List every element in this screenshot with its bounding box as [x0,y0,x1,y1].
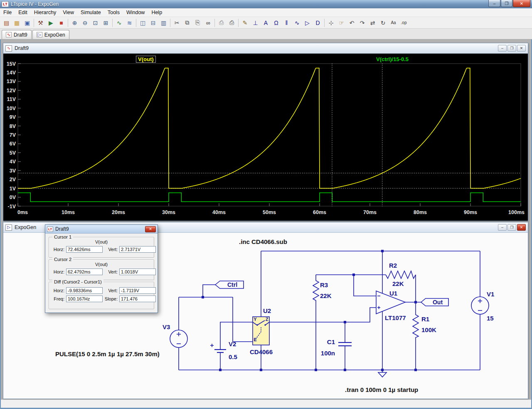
tile-horizontal-icon[interactable]: ⊟ [148,18,158,28]
zoom-area-icon[interactable]: ⊡ [90,18,101,28]
open-icon[interactable]: ▦ [12,18,22,28]
rotate-icon[interactable]: ↻ [378,18,388,28]
inductor-icon[interactable]: ∿ [292,18,302,28]
paste-icon[interactable]: ⎘ [192,18,203,28]
svg-text:100ms: 100ms [508,209,525,215]
svg-text:100K: 100K [421,326,436,333]
cascade-icon[interactable]: ▥ [158,18,169,28]
minimize-button[interactable]: – [488,0,500,7]
title-bar[interactable]: LT LTspice IV - ExpoGen – ❐ ✕ [0,0,532,8]
svg-text:8V: 8V [10,123,16,129]
menu-file[interactable]: File [0,8,15,17]
cursor-dialog-titlebar[interactable]: LT Draft9 ✕ [45,225,158,234]
diff-vert-field[interactable]: -1.7119V [119,287,156,294]
redo-icon[interactable]: ↷ [357,18,367,28]
resistor-r1[interactable]: R1 100K [413,302,436,370]
waveform-close-button[interactable]: ✕ [517,45,526,52]
waveform-window: ∿ Draft9 – ❐ ✕ 15V14V13V12V11V10V9V8V7V6… [3,43,528,221]
waveform-window-titlebar[interactable]: ∿ Draft9 – ❐ ✕ [3,43,528,54]
menu-window[interactable]: Window [123,8,148,17]
autorange-icon[interactable]: ∿ [114,18,124,28]
print-preview-icon[interactable]: ⎙ [216,18,227,28]
restore-button[interactable]: ❐ [501,0,512,7]
tran-directive[interactable]: .tran 0 100m 0 1µ startup [345,386,418,393]
trace-label-vctrl[interactable]: V(ctrl)/15-0.5 [376,56,409,62]
schematic-close-button[interactable]: ✕ [517,224,526,231]
spice-directive-icon[interactable]: .op [399,18,409,28]
save-icon[interactable]: ▣ [22,18,32,28]
cursor1-horz-field[interactable]: 72.4626ms [66,246,103,253]
slope-field[interactable]: 171.476 [119,296,156,302]
net-flag-ctrl[interactable]: Ctrl [215,281,244,288]
menu-simulate[interactable]: Simulate [77,8,104,17]
ground-flag-icon[interactable] [378,372,387,377]
voltage-source-v1[interactable]: V1 15 [471,291,494,322]
voltage-source-v3[interactable]: V3 PULSE(15 0 2.5m 1µ 1µ 27.5m 30m) [55,323,187,357]
svg-text:60ms: 60ms [313,209,326,215]
capacitor-icon[interactable]: ‖ [281,18,292,28]
cut-icon[interactable]: ✂ [172,18,182,28]
menu-view[interactable]: View [59,8,77,17]
zoom-full-icon[interactable]: ⊞ [101,18,111,28]
trace-label-vout[interactable]: V(out) [136,56,156,63]
resistor-r2[interactable]: R2 22K [386,262,416,287]
menu-edit[interactable]: Edit [15,8,31,17]
svg-text:V3: V3 [163,323,170,330]
find-icon[interactable]: ∞ [203,18,213,28]
text-icon[interactable]: Aa [388,18,399,28]
zoom-in-icon[interactable]: ⊕ [69,18,80,28]
svg-text:V1: V1 [487,291,494,298]
schematic-minimize-button[interactable]: – [498,224,507,231]
svg-text:CD4066: CD4066 [250,348,273,355]
menu-help[interactable]: Help [148,8,165,17]
net-flag-out[interactable]: Out [421,298,448,306]
inc-directive[interactable]: .inc CD4066.sub [239,238,287,245]
run-icon[interactable]: ▶ [46,18,56,28]
schematic-restore-button[interactable]: ❐ [507,224,516,231]
tab-draft9[interactable]: ∿ Draft9 [2,30,32,39]
diff-horz-field[interactable]: -9.98336ms [66,287,103,294]
cursor2-vert-field[interactable]: 1.0018V [119,269,156,275]
tab-expogen[interactable]: ▷ ExpoGen [32,30,69,39]
pulse-directive: PULSE(15 0 2.5m 1µ 1µ 27.5m 30m) [55,350,160,357]
svg-text:0V: 0V [10,195,16,200]
halt-icon[interactable]: ■ [56,18,66,28]
cursor2-horz-field[interactable]: 62.4792ms [66,269,103,275]
mirror-icon[interactable]: ⇄ [367,18,378,28]
tile-vertical-icon[interactable]: ◫ [138,18,148,28]
new-schematic-icon[interactable]: ▤ [1,18,12,28]
toolbar-separator [324,19,325,27]
drag-icon[interactable]: ☞ [336,18,347,28]
menu-tools[interactable]: Tools [104,8,123,17]
waveform-tab-icon: ∿ [6,32,12,37]
control-panel-icon[interactable]: ⚒ [35,18,46,28]
capacitor-c1[interactable]: C1 100n [321,338,352,357]
cursor1-vert-field[interactable]: 2.71371V [119,246,156,253]
svg-text:10ms: 10ms [62,209,75,215]
waveform-minimize-button[interactable]: – [498,45,507,52]
svg-text:-1V: -1V [8,204,16,209]
wire-icon[interactable]: ✎ [240,18,250,28]
resistor-icon[interactable]: Ω [271,18,281,28]
svg-text:11V: 11V [7,96,16,102]
cursor-dialog-close-button[interactable]: ✕ [145,226,156,232]
move-icon[interactable]: ⊹ [326,18,336,28]
opamp-u1[interactable]: U1 LT1077 [376,290,406,321]
zoom-back-icon[interactable]: ⊖ [80,18,90,28]
diode-icon[interactable]: ▷ [302,18,313,28]
copy-icon[interactable]: ⧉ [182,18,192,28]
ground-icon[interactable]: ⊥ [250,18,261,28]
menu-hierarchy[interactable]: Hierarchy [31,8,60,17]
net-label-icon[interactable]: A [261,18,271,28]
svg-text:Y: Y [254,317,257,322]
voltage-source-v2[interactable]: V2 0.5 [210,340,237,360]
plot-settings-icon[interactable]: ≋ [124,18,135,28]
component-icon[interactable]: D [313,18,323,28]
undo-icon[interactable]: ↶ [347,18,357,28]
freq-field[interactable]: 100.167Hz [66,296,103,302]
print-icon[interactable]: ⎙ [227,18,237,28]
waveform-plot[interactable]: 15V14V13V12V11V10V9V8V7V6V5V4V3V2V1V0V-1… [3,54,528,221]
horz-label: Horz: [51,247,64,252]
close-button[interactable]: ✕ [513,0,530,7]
waveform-restore-button[interactable]: ❐ [507,45,516,52]
